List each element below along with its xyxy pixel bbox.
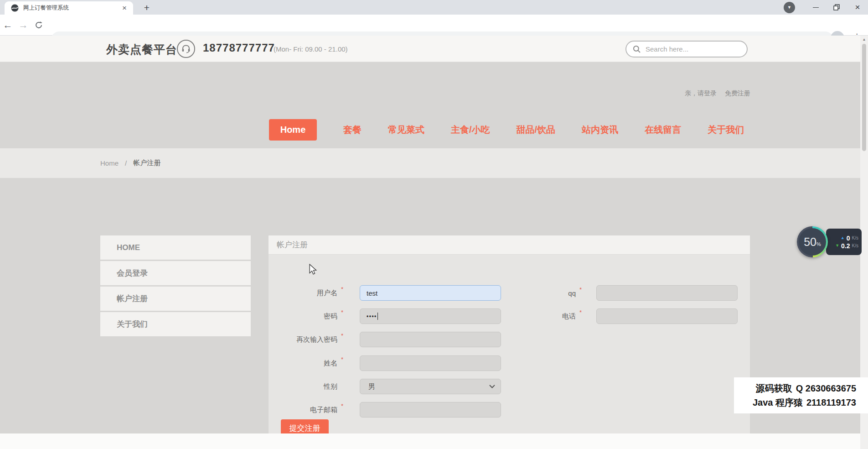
globe-favicon-icon [11, 4, 19, 12]
breadcrumb-home[interactable]: Home [100, 159, 119, 167]
form-row-password: 密码* [269, 308, 501, 324]
form-row-username: 用户名* [269, 285, 501, 301]
form-row-name: 姓名* [269, 355, 501, 371]
nav-item-dessert-drinks[interactable]: 甜品/饮品 [517, 124, 556, 136]
register-link[interactable]: 免费注册 [725, 89, 750, 98]
forward-button[interactable]: → [16, 20, 31, 31]
register-form: 用户名* 密码* 再次输入密码* 姓名* [269, 255, 750, 448]
new-tab-button[interactable]: + [140, 2, 153, 14]
register-form-panel: 帐户注册 用户名* 密码* 再次输入密码* [269, 235, 750, 448]
page-footer-strip [0, 433, 868, 449]
breadcrumb: Home / 帐户注册 [0, 148, 868, 178]
name-label: 姓名* [269, 359, 337, 368]
required-asterisk: * [341, 309, 343, 316]
tab-title: 网上订餐管理系统 [23, 4, 120, 12]
email-label: 电子邮箱* [269, 406, 337, 414]
scrollbar-thumb[interactable] [862, 44, 866, 151]
password-label: 密码* [269, 312, 337, 321]
sidebar-item-member-login[interactable]: 会员登录 [100, 261, 251, 285]
headset-icon [177, 40, 195, 58]
required-asterisk: * [579, 286, 582, 293]
search-icon [633, 45, 641, 53]
login-link[interactable]: 亲，请登录 [685, 89, 717, 98]
browser-titlebar: 网上订餐管理系统 × + ▼ × [0, 0, 868, 15]
sidebar-item-home[interactable]: HOME [100, 235, 251, 260]
speed-panel: ▲ 0 K/s ▼ 0.2 K/s [826, 229, 862, 255]
back-button[interactable]: ← [0, 20, 16, 31]
form-row-email: 电子邮箱* [269, 402, 501, 418]
opening-hours: (Mon- Fri: 09.00 - 21.00) [274, 45, 348, 53]
minimize-button[interactable] [805, 0, 826, 15]
confirm-password-label: 再次输入密码* [269, 335, 337, 344]
password-input[interactable] [360, 308, 501, 324]
username-input[interactable] [360, 285, 501, 301]
nav-item-message-board[interactable]: 在线留言 [645, 124, 681, 136]
browser-tab[interactable]: 网上订餐管理系统 × [5, 1, 133, 15]
telephone-label: 电话* [491, 312, 576, 321]
search-input[interactable] [646, 45, 737, 53]
confirm-password-input[interactable] [360, 332, 501, 347]
chevron-down-icon [489, 385, 495, 388]
search-box[interactable] [625, 41, 748, 57]
watermark-line1: 源码获取Q 2630663675 [756, 382, 856, 395]
telephone-input[interactable] [596, 308, 738, 324]
nav-item-about-us[interactable]: 关于我们 [708, 124, 744, 136]
progress-percent: 50 [804, 235, 816, 249]
site-logo: 外卖点餐平台 [106, 42, 177, 57]
watermark: 源码获取Q 2630663675 Java 程序猿2118119173 [734, 377, 868, 413]
reload-button[interactable] [31, 21, 46, 29]
breadcrumb-current: 帐户注册 [133, 159, 160, 167]
scroll-up-arrow[interactable]: ▲ [860, 36, 868, 43]
required-asterisk: * [341, 356, 343, 363]
phone-number: 18778777777 [203, 42, 275, 54]
name-input[interactable] [360, 355, 501, 371]
required-asterisk: * [341, 286, 343, 292]
hero-band: 亲，请登录 免费注册 Home 套餐 常见菜式 主食/小吃 甜品/饮品 站内资讯… [0, 62, 868, 148]
site-header: 外卖点餐平台 18778777777 (Mon- Fri: 09.00 - 21… [0, 36, 868, 62]
username-label: 用户名* [269, 289, 337, 298]
sidebar-item-register[interactable]: 帐户注册 [100, 287, 251, 311]
gender-select[interactable]: 男 [360, 379, 501, 394]
browser-update-icon[interactable]: ▼ [784, 2, 795, 13]
browser-toolbar: ← → localhost:8080/Ordering/reg.jsp [0, 15, 868, 36]
form-row-telephone: 电话* [491, 308, 738, 324]
required-asterisk: * [341, 332, 343, 339]
text-caret [377, 313, 378, 320]
watermark-line2: Java 程序猿2118119173 [753, 397, 856, 409]
network-speed-widget[interactable]: ▲ 0 K/s ▼ 0.2 K/s 50 % [797, 225, 862, 259]
download-speed-row: ▼ 0.2 K/s [826, 243, 858, 249]
email-input[interactable] [360, 402, 501, 418]
restore-button[interactable] [826, 0, 847, 15]
nav-item-staple-snacks[interactable]: 主食/小吃 [451, 124, 490, 136]
download-arrow-icon: ▼ [835, 244, 839, 248]
main-nav: Home 套餐 常见菜式 主食/小吃 甜品/饮品 站内资讯 在线留言 关于我们 [269, 119, 744, 141]
sidebar-item-about[interactable]: 关于我们 [100, 312, 251, 336]
form-title: 帐户注册 [269, 235, 750, 255]
user-links: 亲，请登录 免费注册 [685, 89, 750, 98]
mouse-cursor [308, 264, 318, 275]
window-controls: ▼ × [784, 0, 868, 15]
qq-input[interactable] [596, 285, 738, 301]
sidebar: HOME 会员登录 帐户注册 关于我们 [100, 235, 251, 338]
nav-item-combo[interactable]: 套餐 [343, 124, 362, 136]
required-asterisk: * [341, 402, 343, 409]
form-row-qq: qq* [491, 285, 738, 301]
browser-window: 网上订餐管理系统 × + ▼ × ← → [0, 0, 868, 449]
upload-arrow-icon: ▲ [841, 236, 845, 240]
gender-label: 性别* [269, 382, 337, 391]
form-row-gender: 性别* 男 [269, 379, 501, 394]
reload-icon [35, 21, 43, 29]
required-asterisk: * [579, 309, 582, 316]
progress-ring[interactable]: 50 % [797, 226, 828, 257]
upload-speed-row: ▲ 0 K/s [826, 235, 858, 241]
breadcrumb-separator: / [125, 159, 127, 167]
close-button[interactable]: × [847, 0, 868, 15]
tab-close-icon[interactable]: × [120, 3, 129, 13]
nav-item-site-news[interactable]: 站内资讯 [582, 124, 618, 136]
nav-item-home[interactable]: Home [269, 119, 317, 141]
form-row-confirm-password: 再次输入密码* [269, 332, 501, 347]
restore-icon [833, 4, 840, 10]
nav-item-common-dishes[interactable]: 常见菜式 [388, 124, 424, 136]
qq-label: qq* [491, 289, 576, 297]
